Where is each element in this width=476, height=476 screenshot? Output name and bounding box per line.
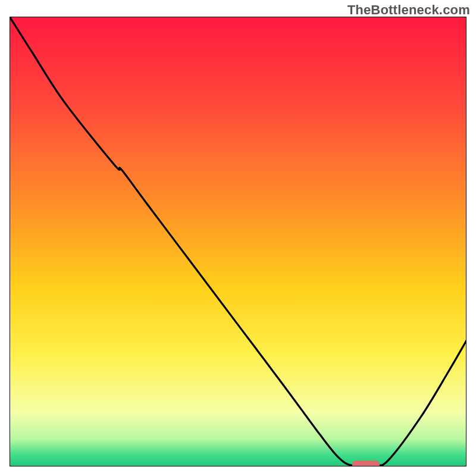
gradient-background <box>10 17 466 466</box>
bottleneck-chart <box>10 17 466 466</box>
plot-area <box>10 17 466 466</box>
watermark-text: TheBottleneck.com <box>347 2 470 18</box>
minimum-marker <box>352 461 380 466</box>
chart-stage: TheBottleneck.com <box>0 0 476 476</box>
